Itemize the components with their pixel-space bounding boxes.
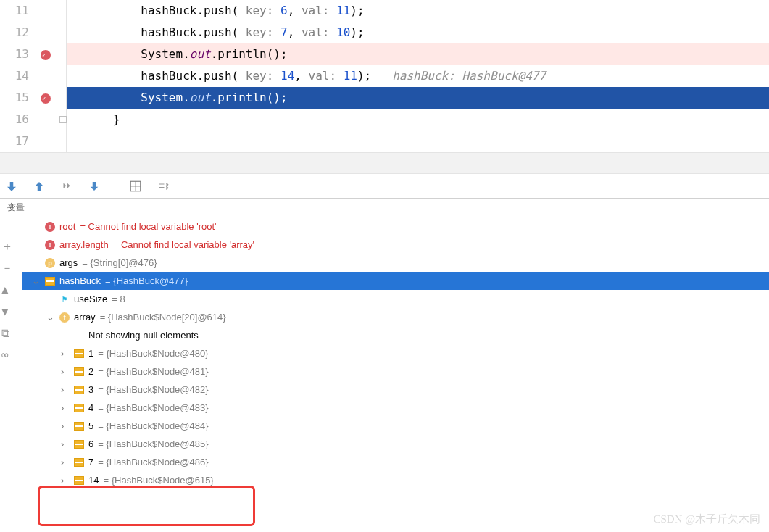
chevron-right-icon[interactable]: › <box>61 439 70 449</box>
variable-row[interactable]: › 4 = {HashBuck$Node@483} <box>22 399 769 417</box>
var-name: root <box>59 221 75 232</box>
var-value: = {HashBuck$Node@484} <box>98 420 208 431</box>
line-number-gutter: 11121314151617 <box>0 0 36 152</box>
var-value: = {HashBuck$Node@481} <box>98 366 208 377</box>
copy-icon[interactable]: ⧉ <box>1 326 13 338</box>
var-name: 5 <box>88 420 93 431</box>
chevron-right-icon[interactable]: › <box>61 384 70 395</box>
separator <box>115 178 115 194</box>
object-icon <box>74 367 84 376</box>
var-name: 7 <box>88 457 93 467</box>
code-line[interactable]: System.out.println(); <box>67 43 769 65</box>
chevron-down-icon[interactable]: ⌄ <box>46 312 55 323</box>
code-editor: 11121314151617 – hashBuck.push( key: 6, … <box>0 0 769 152</box>
flag-icon: ⚑ <box>59 294 70 304</box>
chevron-right-icon[interactable]: › <box>61 402 70 413</box>
reset-frame-icon[interactable] <box>59 179 74 194</box>
step-back-icon[interactable] <box>4 179 19 194</box>
error-icon: ! <box>45 222 55 232</box>
move-up-icon[interactable]: ▲ <box>1 283 13 294</box>
settings-icon[interactable] <box>156 179 170 194</box>
code-line[interactable]: hashBuck.push( key: 14, val: 11); hashBu… <box>67 65 769 87</box>
chevron-right-icon[interactable]: › <box>61 366 70 377</box>
variable-row[interactable]: ⚑ useSize = 8 <box>22 290 769 308</box>
fold-gutter[interactable]: – <box>57 0 67 152</box>
var-value: = {HashBuck$Node@615} <box>103 475 213 486</box>
code-line[interactable]: } <box>67 109 769 130</box>
variable-row[interactable]: › 5 = {HashBuck$Node@484} <box>22 417 769 435</box>
breakpoint-icon[interactable] <box>41 93 51 104</box>
link-icon[interactable]: ∞ <box>1 348 13 359</box>
variable-row[interactable]: ⌄f array = {HashBuck$Node[20]@614} <box>22 308 769 326</box>
var-value: = {HashBuck$Node@480} <box>98 348 208 359</box>
grid-icon[interactable] <box>128 179 143 194</box>
variable-row[interactable]: › 1 = {HashBuck$Node@480} <box>22 344 769 362</box>
variable-row[interactable]: ! root = Cannot find local variable 'roo… <box>22 217 769 236</box>
var-value: = {HashBuck$Node[20]@614} <box>100 312 226 323</box>
variable-row[interactable]: Not showing null elements <box>22 326 769 344</box>
object-icon <box>74 458 84 467</box>
variables-tree[interactable]: ! root = Cannot find local variable 'roo… <box>0 217 769 489</box>
variable-row[interactable]: › 3 = {HashBuck$Node@482} <box>22 381 769 399</box>
add-watch-icon[interactable]: ＋ <box>1 239 13 251</box>
panel-left-rail: ＋ － ▲ ▼ ⧉ ∞ <box>0 235 14 359</box>
object-icon <box>74 476 84 485</box>
chevron-right-icon[interactable]: › <box>61 348 70 359</box>
variable-row[interactable]: › 2 = {HashBuck$Node@481} <box>22 362 769 381</box>
variable-row[interactable]: › 7 = {HashBuck$Node@486} <box>22 453 769 471</box>
line-number: 12 <box>0 22 29 43</box>
var-value: = {HashBuck$Node@482} <box>98 384 208 395</box>
variable-row[interactable]: p args = {String[0]@476} <box>22 254 769 272</box>
line-number: 16 <box>0 109 29 130</box>
fold-slot[interactable] <box>57 65 66 87</box>
move-down-icon[interactable]: ▼ <box>1 304 13 316</box>
object-icon <box>74 422 84 431</box>
breakpoint-slot[interactable] <box>36 0 57 22</box>
var-value: = 8 <box>112 294 125 304</box>
var-value: = Cannot find local variable 'root' <box>80 221 216 232</box>
fold-slot[interactable] <box>57 0 66 22</box>
breakpoint-slot[interactable] <box>36 43 57 65</box>
variables-header: 变量 <box>0 199 769 217</box>
chevron-down-icon[interactable]: ⌄ <box>32 275 41 286</box>
object-icon <box>45 277 55 286</box>
var-value: = {HashBuck$Node@483} <box>98 402 208 413</box>
step-down-icon[interactable] <box>87 179 101 194</box>
var-name: hashBuck <box>59 275 101 286</box>
breakpoint-slot[interactable] <box>36 65 57 87</box>
code-line[interactable]: hashBuck.push( key: 6, val: 11); <box>67 0 769 22</box>
step-up-icon[interactable] <box>32 179 46 194</box>
breakpoint-gutter[interactable] <box>36 0 57 152</box>
object-icon <box>74 386 84 394</box>
breakpoint-slot[interactable] <box>36 22 57 43</box>
line-number: 14 <box>0 65 29 87</box>
chevron-right-icon[interactable]: › <box>61 457 70 467</box>
line-number: 13 <box>0 43 29 65</box>
variable-row[interactable]: › 6 = {HashBuck$Node@485} <box>22 435 769 453</box>
var-name: args <box>59 257 78 268</box>
annotation-box <box>38 486 255 526</box>
var-name: 4 <box>88 402 93 413</box>
var-name: 3 <box>88 384 93 395</box>
remove-watch-icon[interactable]: － <box>1 261 13 273</box>
editor-bottom-band <box>0 152 769 174</box>
breakpoint-slot[interactable] <box>36 109 57 130</box>
line-number: 15 <box>0 87 29 109</box>
chevron-right-icon[interactable]: › <box>61 420 70 431</box>
code-line[interactable]: System.out.println(); <box>67 87 769 109</box>
breakpoint-slot[interactable] <box>36 87 57 109</box>
code-area[interactable]: hashBuck.push( key: 6, val: 11); hashBuc… <box>67 0 769 152</box>
breakpoint-icon[interactable] <box>41 50 51 60</box>
object-icon <box>74 440 84 449</box>
var-name: Not showing null elements <box>88 330 199 341</box>
fold-slot[interactable] <box>57 22 66 43</box>
variable-row[interactable]: ⌄ hashBuck = {HashBuck@477} <box>22 272 769 290</box>
chevron-right-icon[interactable]: › <box>61 475 70 486</box>
fold-slot[interactable] <box>57 87 66 109</box>
fold-slot[interactable] <box>57 43 66 65</box>
variable-row[interactable]: ! array.length = Cannot find local varia… <box>22 236 769 254</box>
object-icon <box>74 349 84 358</box>
var-value: = {HashBuck$Node@485} <box>98 439 208 449</box>
code-line[interactable]: hashBuck.push( key: 7, val: 10); <box>67 22 769 43</box>
var-name: 1 <box>88 348 93 359</box>
